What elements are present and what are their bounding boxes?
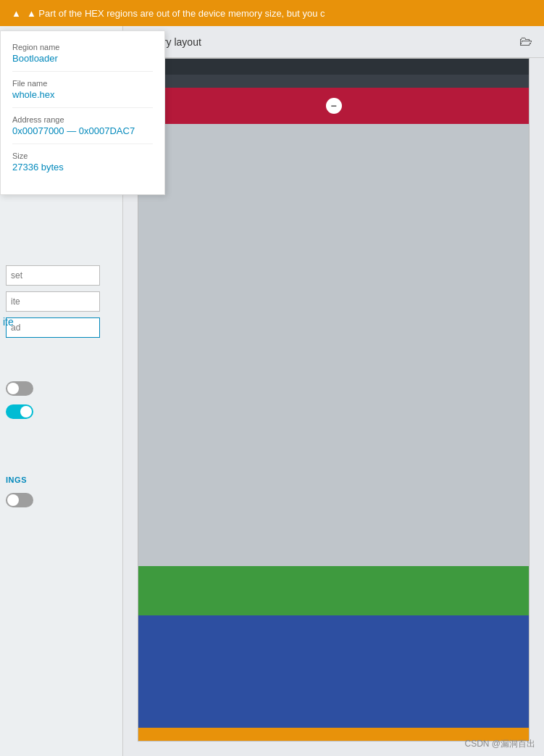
stripe-gray-empty (138, 124, 529, 566)
stripe-red-bootloader: − (138, 88, 529, 124)
watermark: CSDN @漏洞百出 (464, 738, 535, 750)
tooltip-region-value: Bootloader (12, 53, 153, 64)
tooltip-region-label: Region name (12, 43, 153, 51)
sidebar-inputs (6, 265, 100, 344)
folder-icon[interactable]: 🗁 (519, 34, 532, 49)
ite-label: ite (0, 315, 17, 329)
tooltip-address: Address range 0x00077000 — 0x0007DAC7 (12, 115, 153, 136)
stripe-dark2 (138, 75, 529, 88)
input-ite[interactable] (6, 291, 100, 312)
toggle-2[interactable] (6, 404, 33, 419)
tooltip-popup: Region name Bootloader File name whole.h… (0, 30, 165, 195)
tooltip-address-value: 0x00077000 — 0x0007DAC7 (12, 125, 153, 136)
memory-header: memory layout 🗁 (123, 26, 544, 58)
section-title: INGS (6, 475, 48, 484)
tooltip-file-value: whole.hex (12, 89, 153, 100)
sidebar-section-settings: INGS (6, 475, 48, 516)
toggle-row-2 (6, 404, 48, 419)
warning-text: ▲ Part of the HEX regions are out of the… (27, 8, 325, 19)
tooltip-address-label: Address range (12, 115, 153, 124)
tooltip-file-name: File name whole.hex (12, 79, 153, 100)
stripe-green (138, 566, 529, 615)
input-set[interactable] (6, 265, 100, 286)
warning-banner: ▲ ▲ Part of the HEX regions are out of t… (0, 0, 544, 26)
tooltip-file-label: File name (12, 79, 153, 88)
warning-icon: ▲ (12, 8, 21, 19)
tooltip-divider-1 (12, 71, 153, 72)
tooltip-size-label: Size (12, 151, 153, 160)
toggle-row-1 (6, 381, 48, 396)
stripe-blue (138, 615, 529, 728)
tooltip-region-name: Region name Bootloader (12, 43, 153, 64)
collapse-button[interactable]: − (326, 98, 342, 114)
tooltip-size-value: 27336 bytes (12, 162, 153, 173)
tooltip-divider-2 (12, 107, 153, 108)
tooltip-size: Size 27336 bytes (12, 151, 153, 173)
toggle-1[interactable] (6, 381, 33, 396)
main-content: memory layout 🗁 − (123, 26, 544, 756)
sidebar-section-toggles (6, 381, 48, 428)
toggle-3[interactable] (6, 493, 33, 507)
input-ad[interactable] (6, 317, 100, 338)
memory-canvas: − (138, 58, 530, 742)
tooltip-divider-3 (12, 144, 153, 144)
stripe-dark1 (138, 59, 529, 75)
toggle-row-3 (6, 493, 48, 507)
